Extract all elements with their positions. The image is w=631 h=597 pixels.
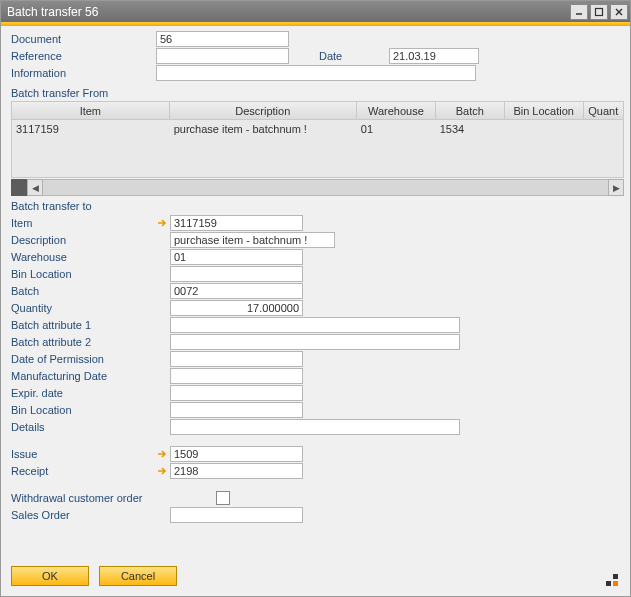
binloc1-label: Bin Location [11,268,156,280]
item-field[interactable] [170,215,303,231]
svg-rect-6 [613,574,618,579]
from-title: Batch transfer From [11,87,624,99]
mfg-label: Manufacturing Date [11,370,156,382]
cell-warehouse: 01 [357,123,436,135]
mfg-field[interactable] [170,368,303,384]
salesorder-field[interactable] [170,507,303,523]
svg-rect-4 [606,581,611,586]
reference-label: Reference [11,50,156,62]
window-title: Batch transfer 56 [7,5,570,19]
binloc1-field[interactable] [170,266,303,282]
resize-grip-icon[interactable] [606,572,622,588]
content: Document Reference Date Information Batc… [1,26,630,596]
cell-item: 3117159 [12,123,170,135]
scrollbar-track[interactable] [43,179,608,196]
description-field[interactable] [170,232,335,248]
information-label: Information [11,67,156,79]
expir-label: Expir. date [11,387,156,399]
attr2-field[interactable] [170,334,460,350]
warehouse-field[interactable] [170,249,303,265]
col-warehouse[interactable]: Warehouse [357,102,436,119]
maximize-button[interactable] [590,4,608,20]
col-qty[interactable]: Quant [584,102,623,119]
item-label: Item [11,217,156,229]
information-field[interactable] [156,65,476,81]
details-label: Details [11,421,156,433]
cancel-button[interactable]: Cancel [99,566,177,586]
close-button[interactable] [610,4,628,20]
cell-description: purchase item - batchnum ! [170,123,357,135]
col-bin[interactable]: Bin Location [505,102,584,119]
attr1-label: Batch attribute 1 [11,319,156,331]
warehouse-label: Warehouse [11,251,156,263]
minimize-button[interactable] [570,4,588,20]
scroll-left-button[interactable]: ◀ [27,179,43,196]
svg-rect-5 [613,581,618,586]
col-description[interactable]: Description [170,102,357,119]
col-item[interactable]: Item [12,102,170,119]
withdrawal-checkbox[interactable] [216,491,230,505]
attr1-field[interactable] [170,317,460,333]
reference-field[interactable] [156,48,289,64]
salesorder-label: Sales Order [11,509,156,521]
cell-batch: 1534 [436,123,505,135]
quantity-label: Quantity [11,302,156,314]
window: Batch transfer 56 Document Reference Dat… [0,0,631,597]
batch-label: Batch [11,285,156,297]
withdrawal-label: Withdrawal customer order [11,492,216,504]
titlebar: Batch transfer 56 [1,1,630,22]
link-arrow-icon[interactable] [156,465,168,477]
description-label: Description [11,234,156,246]
permission-field[interactable] [170,351,303,367]
receipt-label: Receipt [11,465,156,477]
grid-scrollbar[interactable]: ◀ ▶ [11,179,624,196]
scrollbar-stub [11,179,27,196]
attr2-label: Batch attribute 2 [11,336,156,348]
receipt-field[interactable] [170,463,303,479]
document-label: Document [11,33,156,45]
ok-button[interactable]: OK [11,566,89,586]
from-grid[interactable]: Item Description Warehouse Batch Bin Loc… [11,101,624,178]
quantity-field[interactable] [170,300,303,316]
col-batch[interactable]: Batch [436,102,505,119]
table-row[interactable]: 3117159 purchase item - batchnum ! 01 15… [12,120,623,137]
batch-field[interactable] [170,283,303,299]
scroll-right-button[interactable]: ▶ [608,179,624,196]
document-field[interactable] [156,31,289,47]
link-arrow-icon[interactable] [156,217,168,229]
grid-header: Item Description Warehouse Batch Bin Loc… [12,102,623,120]
date-label: Date [319,50,389,62]
issue-field[interactable] [170,446,303,462]
date-field[interactable] [389,48,479,64]
issue-label: Issue [11,448,156,460]
binloc2-field[interactable] [170,402,303,418]
binloc2-label: Bin Location [11,404,156,416]
expir-field[interactable] [170,385,303,401]
svg-rect-1 [596,8,603,15]
link-arrow-icon[interactable] [156,448,168,460]
details-field[interactable] [170,419,460,435]
permission-label: Date of Permission [11,353,156,365]
to-title: Batch transfer to [11,200,624,212]
